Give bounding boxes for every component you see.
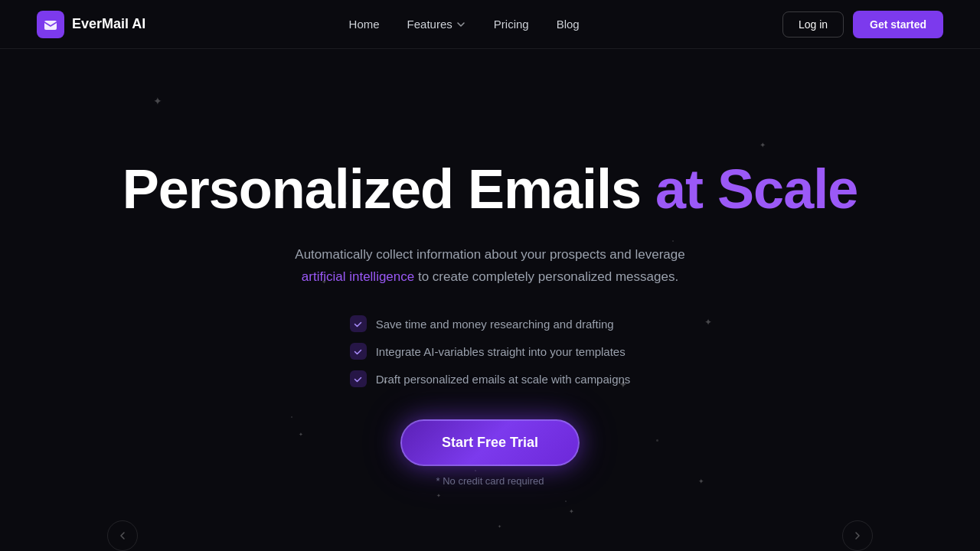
sparkle-2: ✦: [760, 141, 766, 149]
chevron-down-icon: [456, 19, 466, 30]
dot-6: [565, 500, 567, 502]
sparkle-4: ✦: [704, 317, 712, 328]
checklist: Save time and money researching and draf…: [350, 315, 631, 387]
nav-actions: Log in Get started: [782, 11, 943, 38]
hero-subtitle: Automatically collect information about …: [295, 244, 684, 289]
dot-2: [672, 240, 674, 242]
nav-item-blog[interactable]: Blog: [557, 18, 580, 31]
ai-link: artificial intelligence: [302, 269, 414, 284]
check-icon-3: [350, 370, 367, 387]
check-icon-2: [350, 343, 367, 360]
sparkle-7: ✦: [299, 432, 303, 438]
dot-3: [291, 416, 292, 418]
dot-4: [656, 439, 658, 442]
sparkle-10: ✦: [569, 508, 574, 515]
sparkle-9: ✦: [436, 493, 441, 499]
svg-rect-0: [44, 21, 57, 30]
scroll-arrow-left[interactable]: [107, 520, 138, 551]
check-icon-1: [350, 315, 367, 332]
sparkle-8: ✦: [698, 478, 704, 485]
nav-item-pricing[interactable]: Pricing: [494, 18, 529, 31]
sparkle-1: ✦: [153, 95, 162, 107]
hero-title: Personalized Emails at Scale: [122, 159, 858, 220]
sparkle-11: ✦: [498, 523, 501, 529]
nav-links: Home Features Pricing Blog: [349, 18, 580, 31]
hero-section: ✦ ✦ ✦ ✦ ✦ ✦ ✦ ✦ ✦ ✦ ✦ Personalized Email…: [0, 49, 980, 551]
logo[interactable]: EverMail AI: [37, 11, 145, 38]
brand-name: EverMail AI: [72, 16, 145, 32]
checklist-item-2: Integrate AI-variables straight into you…: [350, 343, 626, 360]
navbar: EverMail AI Home Features Pricing Blog L…: [0, 0, 980, 49]
checklist-item-1: Save time and money researching and draf…: [350, 315, 614, 332]
checklist-item-3: Draft personalized emails at scale with …: [350, 370, 631, 387]
nav-item-home[interactable]: Home: [349, 18, 380, 31]
get-started-button[interactable]: Get started: [853, 11, 943, 38]
scroll-arrow-right[interactable]: [842, 520, 873, 551]
logo-icon: [37, 11, 64, 38]
cta-area: Start Free Trial * No credit card requir…: [400, 419, 580, 487]
start-free-trial-button[interactable]: Start Free Trial: [400, 419, 580, 466]
no-credit-note: * No credit card required: [436, 475, 544, 487]
nav-item-features[interactable]: Features: [407, 18, 466, 31]
login-button[interactable]: Log in: [782, 11, 844, 37]
